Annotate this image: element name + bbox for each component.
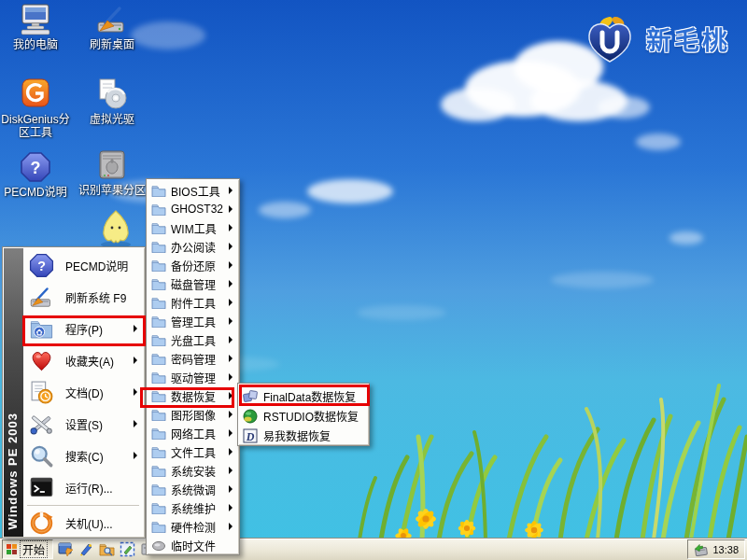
folder-icon xyxy=(151,501,166,514)
menu-item-label: FinalData数据恢复 xyxy=(263,388,356,404)
menu-item-label: RSTUDIO数据恢复 xyxy=(263,408,359,424)
programs-folder-icon xyxy=(29,316,54,342)
desktop-icon-pecmd-help[interactable]: ? PECMD说明 xyxy=(0,151,75,199)
folder-icon xyxy=(151,445,166,458)
programs-menu-item[interactable]: 办公阅读 xyxy=(148,237,237,256)
my-computer-icon xyxy=(19,4,52,35)
paint-tool-icon[interactable] xyxy=(78,541,94,557)
folder-icon xyxy=(151,464,166,477)
folder-icon xyxy=(151,389,166,402)
menu-item-label: 文档(D) xyxy=(65,385,104,400)
desktop-icon-label: PECMD说明 xyxy=(4,186,66,199)
start-menu-item-programs[interactable]: 程序(P) xyxy=(23,313,143,344)
folder-icon xyxy=(151,296,166,309)
app-window-icon[interactable] xyxy=(58,541,74,557)
programs-menu-item[interactable]: 系统微调 xyxy=(148,480,237,498)
desktop-icon-label: 识别苹果分区 xyxy=(78,184,146,197)
desktop: 新毛桃 我的电脑 刷新桌面 DiskGenius分区工 xyxy=(0,0,747,560)
programs-menu-item[interactable]: 磁盘管理 xyxy=(148,274,237,293)
start-logo-icon xyxy=(7,544,17,554)
start-button-label: 开始 xyxy=(21,541,47,557)
settings-tools-icon xyxy=(29,412,54,437)
programs-menu-item[interactable]: 备份还原 xyxy=(148,256,237,274)
programs-menu-item[interactable]: 附件工具 xyxy=(148,293,237,312)
desktop-icon-virtual-cdrom[interactable]: 虚拟光驱 xyxy=(73,78,151,126)
folder-icon xyxy=(151,408,166,421)
menu-item-label: 系统安装 xyxy=(171,463,216,479)
submenu-arrow-icon xyxy=(134,452,137,459)
submenu-arrow-icon xyxy=(134,357,137,364)
folder-icon xyxy=(151,315,166,328)
search-icon xyxy=(29,443,54,469)
apple-partition-icon xyxy=(95,149,129,181)
submenu-arrow-icon xyxy=(134,420,137,427)
start-menu-item-refresh-system[interactable]: 刷新系统 F9 xyxy=(23,281,143,313)
folder-icon xyxy=(151,483,166,496)
submenu-arrow-icon xyxy=(229,485,233,493)
programs-menu-item[interactable]: 数据恢复 xyxy=(148,386,237,405)
menu-item-label: 管理工具 xyxy=(171,314,216,329)
start-menu-item-favorites[interactable]: 收藏夹(A) xyxy=(23,344,143,376)
programs-menu-item[interactable]: 密码管理 xyxy=(148,349,237,368)
menu-item-rstudio[interactable]: RSTUDIO数据恢复 xyxy=(240,406,367,426)
rstudio-icon xyxy=(243,409,258,424)
menu-item-label: 运行(R)... xyxy=(65,480,113,496)
desktop-icon-diskgenius[interactable]: DiskGenius分区工具 xyxy=(0,78,75,139)
menu-item-label: BIOS工具 xyxy=(171,183,220,199)
screenshot-frame-icon[interactable] xyxy=(120,541,135,557)
programs-menu-item[interactable]: 系统安装 xyxy=(148,461,237,480)
submenu-arrow-icon xyxy=(229,448,233,455)
start-menu: Windows PE 2003 ? PECMD说明 刷新系统 F9 xyxy=(2,246,146,539)
menu-item-label: 收藏夹(A) xyxy=(65,353,114,369)
programs-menu-item[interactable]: 临时文件 xyxy=(148,536,237,554)
programs-menu-item[interactable]: 网络工具 xyxy=(148,424,237,442)
programs-menu-item[interactable]: BIOS工具 xyxy=(148,181,237,200)
programs-menu-item[interactable]: 驱动管理 xyxy=(148,368,237,386)
programs-menu-item[interactable]: 图形图像 xyxy=(148,405,237,424)
menu-item-label: PECMD说明 xyxy=(65,258,128,273)
menu-item-label: 系统微调 xyxy=(171,482,216,497)
menu-item-label: WIM工具 xyxy=(171,220,217,236)
start-menu-item-shutdown[interactable]: 关机(U)... xyxy=(23,509,143,537)
folder-icon xyxy=(151,259,166,272)
start-menu-item-documents[interactable]: 文档(D) xyxy=(23,376,143,408)
taskbar-clock[interactable]: 13:38 xyxy=(712,544,739,555)
programs-menu-item[interactable]: 管理工具 xyxy=(148,312,237,330)
boot-disk-icon[interactable] xyxy=(693,542,709,556)
heart-icon xyxy=(29,348,54,373)
menu-item-easyrecovery[interactable]: D 易我数据恢复 xyxy=(240,426,367,445)
submenu-arrow-icon xyxy=(229,355,233,362)
desktop-icon-refresh-desktop[interactable]: 刷新桌面 xyxy=(73,4,151,51)
menu-separator xyxy=(27,505,139,507)
menu-item-label: 搜索(C) xyxy=(65,448,104,464)
start-menu-item-run[interactable]: 运行(R)... xyxy=(23,471,143,503)
start-menu-item-search[interactable]: 搜索(C) xyxy=(23,440,143,471)
desktop-icon-apple-partition[interactable]: 识别苹果分区 xyxy=(73,149,151,197)
data-recovery-menu-list: FinalData数据恢复 RSTUDIO数据恢复 D 易我数据恢复 xyxy=(240,386,367,445)
menu-item-label: 易我数据恢复 xyxy=(263,427,331,443)
submenu-arrow-icon xyxy=(229,261,233,269)
file-search-folder-icon[interactable] xyxy=(99,541,115,557)
brand-logo: 新毛桃 xyxy=(583,11,730,65)
desktop-icon-my-computer[interactable]: 我的电脑 xyxy=(0,4,75,51)
peach-mascot xyxy=(95,209,136,248)
menu-item-label: 驱动管理 xyxy=(171,370,216,385)
programs-menu-item[interactable]: 文件工具 xyxy=(148,442,237,461)
virtual-cdrom-icon xyxy=(95,78,129,110)
programs-menu-item[interactable]: 硬件检测 xyxy=(148,517,237,536)
start-button[interactable]: 开始 xyxy=(2,539,53,559)
programs-menu-item[interactable]: GHOST32 xyxy=(148,200,237,218)
menu-item-label: 备份还原 xyxy=(171,258,216,273)
menu-item-finaldata[interactable]: FinalData数据恢复 xyxy=(240,386,367,406)
menu-item-label: 网络工具 xyxy=(171,426,216,441)
start-menu-item-pecmd-help[interactable]: ? PECMD说明 xyxy=(23,249,143,281)
menu-item-label: 附件工具 xyxy=(171,295,216,311)
programs-menu-item[interactable]: 系统维护 xyxy=(148,498,237,517)
programs-menu-item[interactable]: 光盘工具 xyxy=(148,330,237,349)
programs-menu-list: BIOS工具 GHOST32 xyxy=(148,181,237,554)
submenu-arrow-icon xyxy=(229,336,233,343)
start-menu-item-settings[interactable]: 设置(S) xyxy=(23,408,143,440)
easyrecovery-d-icon: D xyxy=(243,428,258,443)
programs-menu-item[interactable]: WIM工具 xyxy=(148,218,237,237)
menu-item-label: 程序(P) xyxy=(65,321,103,337)
